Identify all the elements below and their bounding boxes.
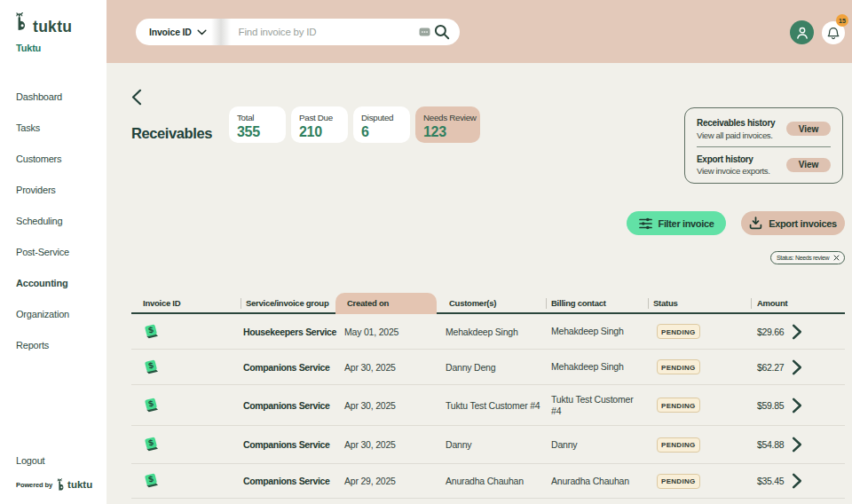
header-divider [751,298,752,309]
search-category-dropdown[interactable]: Invoice ID [136,27,207,37]
powered-brand-name: tuktu [67,479,92,490]
stat-card-total[interactable]: Total 355 [229,106,286,143]
sidebar-item-tasks[interactable]: Tasks [16,113,69,144]
table-row[interactable]: $ Companions Service Apr 29, 2025 Anurad… [131,464,845,499]
table-header-row: Invoice IDService/invoice groupCreated o… [131,293,845,314]
status-filter-chip[interactable]: Status: Needs review [770,251,845,264]
row-chevron-right-icon[interactable] [792,437,802,453]
stat-card-past-due[interactable]: Past Due 210 [291,106,348,143]
search-input[interactable] [231,27,419,37]
stat-card-disputed[interactable]: Disputed 6 [353,106,410,143]
service-group-cell: Companions Service [241,464,335,498]
notifications-button[interactable]: 15 [822,21,845,44]
service-group-cell: Housekeepers Service [241,314,335,349]
keyboard-icon[interactable] [419,28,430,36]
sidebar-item-customers[interactable]: Customers [16,144,69,175]
sidebar-item-accounting[interactable]: Accounting [16,267,69,298]
row-chevron-right-icon[interactable] [792,473,802,489]
billing-contact-cell: Mehakdeep Singh [546,350,648,384]
bell-icon [827,27,840,40]
sidebar-item-dashboard[interactable]: Dashboard [16,82,69,113]
table-body: $ Housekeepers Service May 01, 2025 Meha… [131,314,845,499]
customer-cell: Tuktu Test Customer #4 [437,385,546,425]
column-header-created-on[interactable]: Created on [335,293,437,312]
invoice-id-cell: $ [131,464,241,498]
table-row[interactable]: $ Housekeepers Service May 01, 2025 Meha… [131,314,845,350]
brand-name: tuktu [33,20,72,35]
amount-value: $62.27 [757,362,784,373]
notification-count-badge: 15 [836,14,848,27]
row-chevron-right-icon[interactable] [792,359,802,375]
column-header-status[interactable]: Status [648,293,751,312]
amount-cell: $35.45 [751,464,845,498]
column-header-billing-contact[interactable]: Billing contact [546,293,648,312]
org-link[interactable]: Tuktu [16,43,41,53]
search-icon[interactable] [434,24,450,40]
stat-value: 355 [237,124,286,140]
amount-value: $59.85 [757,400,784,411]
topbar: Invoice ID [106,0,852,63]
stat-label: Total [237,113,286,122]
status-badge: PENDING [657,437,700,453]
powered-deer-logo-icon [57,478,66,491]
table-row[interactable]: $ Companions Service Apr 30, 2025 Tuktu … [131,385,845,426]
filter-invoice-button[interactable]: Filter invoice [627,211,726,235]
view-button[interactable]: View [786,158,831,172]
customer-cell: Mehakdeep Singh [437,314,546,349]
row-chevron-right-icon[interactable] [792,324,802,340]
stat-label: Disputed [361,113,410,122]
back-button[interactable] [130,89,148,108]
column-header-invoice-id[interactable]: Invoice ID [131,293,241,312]
sidebar-item-organization[interactable]: Organization [16,298,69,329]
invoice-icon: $ [143,437,160,453]
history-panel-row: Receivables history View all paid invoic… [697,119,831,146]
sidebar-item-reports[interactable]: Reports [16,329,69,360]
view-button[interactable]: View [786,122,831,136]
user-avatar[interactable] [790,20,814,44]
export-invoices-button[interactable]: Export invoices [741,211,845,235]
row-chevron-right-icon[interactable] [792,398,802,413]
remove-filter-icon[interactable] [833,255,840,261]
header-divider [546,298,547,309]
invoice-icon: $ [143,398,160,413]
sidebar-item-post-service[interactable]: Post-Service [16,236,69,267]
powered-by: Powered by tuktu [16,478,92,491]
invoice-icon: $ [143,359,160,375]
stat-cards: Total 355 Past Due 210 Disputed 6 Needs … [229,106,480,143]
service-group-cell: Companions Service [241,426,335,463]
main-content: Receivables Total 355 Past Due 210 Dispu… [106,63,852,504]
status-badge: PENDING [657,474,700,489]
brand-logo[interactable]: tuktu [15,12,72,35]
history-panel-divider [697,146,831,147]
stat-label: Past Due [299,113,348,122]
page-title: Receivables [131,125,212,142]
history-panel: Receivables history View all paid invoic… [684,107,843,184]
billing-contact-cell: Tuktu Test Customer #4 [546,385,648,425]
amount-value: $29.66 [757,327,784,337]
table-row[interactable]: $ Companions Service Apr 30, 2025 Danny … [131,426,845,464]
stat-value: 6 [361,124,410,140]
stat-value: 123 [423,124,480,140]
search-separator [211,19,231,45]
person-icon [795,26,809,40]
download-icon [749,217,762,230]
billing-contact-cell: Anuradha Chauhan [546,464,648,498]
amount-cell: $62.27 [751,350,845,384]
logout-button[interactable]: Logout [16,455,44,466]
powered-by-label: Powered by [16,481,52,489]
header-divider [648,298,649,309]
stat-card-needs-review[interactable]: Needs Review 123 [415,106,480,143]
table-row[interactable]: $ Companions Service Apr 30, 2025 Danny … [131,350,845,385]
status-cell: PENDING [648,350,751,384]
invoices-table: Invoice IDService/invoice groupCreated o… [131,293,845,499]
sidebar-item-providers[interactable]: Providers [16,175,69,206]
customer-cell: Danny Deng [437,350,546,384]
column-header-service-invoice-group[interactable]: Service/invoice group [241,293,335,312]
amount-cell: $54.88 [751,426,845,463]
column-header-amount[interactable]: Amount [751,293,845,312]
created-on-cell: Apr 29, 2025 [335,464,437,498]
status-badge: PENDING [657,398,700,413]
column-header-customer-s[interactable]: Customer(s) [437,293,546,312]
status-cell: PENDING [648,426,751,463]
sidebar-item-scheduling[interactable]: Scheduling [16,206,69,237]
